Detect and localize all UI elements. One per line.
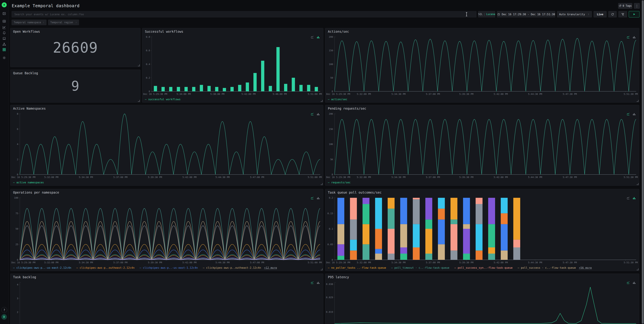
help-button[interactable]: ? [1, 307, 7, 313]
svg-text:5:39:30 PM: 5:39:30 PM [459, 93, 474, 95]
svg-text:5:39:30 PM: 5:39:30 PM [459, 261, 474, 264]
panel-resize-handle[interactable] [636, 100, 638, 102]
bar-chart-icon[interactable] [632, 112, 636, 116]
svg-text:0.038: 0.038 [326, 283, 333, 286]
filter-funnel-icon [621, 13, 624, 16]
alerts-bell-icon[interactable] [2, 31, 6, 35]
chart-legend: —requests/sec [328, 180, 350, 185]
app-logo-icon[interactable] [2, 2, 7, 7]
bar-chart-icon[interactable] [316, 35, 320, 39]
metrics-chart-icon[interactable] [2, 25, 6, 29]
legend-item[interactable]: —clickpipes-aws-p..outheast-2.12c4n [203, 266, 261, 269]
panel-resize-handle[interactable] [138, 64, 140, 66]
bar-chart-icon[interactable] [632, 281, 636, 285]
svg-text:0: 0 [17, 259, 18, 261]
run-query-button[interactable] [629, 11, 640, 17]
line-chart-icon[interactable] [626, 112, 630, 116]
legend-item[interactable]: —clickpipes-aws-p..outheast-2.12c4n [76, 266, 134, 269]
calendar-icon [497, 13, 500, 16]
svg-text:5:37:00 PM: 5:37:00 PM [426, 93, 440, 95]
legend-item[interactable]: —requests/sec [328, 181, 350, 184]
lucene-option[interactable]: Lucene [486, 13, 495, 16]
panel-operations-per-namespace: Operations per namespace 0255075100Dec 1… [10, 189, 323, 271]
toggle-divider: | [484, 13, 485, 16]
settings-gear-icon[interactable] [2, 56, 6, 60]
task-backlog-chart[interactable]: 432 [11, 280, 322, 324]
panel-resize-handle[interactable] [321, 100, 322, 102]
task-queue-polls-chart[interactable]: 00.050.10.150.2Dec 16 5:29:30 PM5:32:00 … [326, 195, 638, 265]
svg-text:150: 150 [329, 49, 333, 52]
line-chart-icon[interactable] [310, 196, 314, 200]
user-avatar[interactable]: D [1, 314, 7, 320]
svg-text:5:47:30 PM: 5:47:30 PM [563, 261, 577, 264]
filter-temporal-namespace[interactable]: Temporal namespace [12, 20, 46, 25]
panel-resize-handle[interactable] [321, 268, 322, 270]
legend-item[interactable]: —no_poller_tasks ..-flow-task-queue [328, 266, 386, 269]
topology-nodes-icon[interactable] [2, 42, 6, 46]
legend-item[interactable]: —clickpipes-aws-p..-us-east-2.12c4n [13, 266, 71, 269]
line-chart-icon[interactable] [310, 281, 314, 285]
legend-item[interactable]: —poll_success · c..-flow-task-queue [518, 266, 576, 269]
live-button[interactable]: Live [594, 11, 606, 17]
scrollbar-thumb[interactable] [642, 0, 644, 324]
operations-per-namespace-chart[interactable]: 0255075100Dec 16 5:29:30 PM5:32:00 PM5:3… [11, 195, 322, 265]
svg-text:5:51:00 PM: 5:51:00 PM [308, 261, 322, 264]
actions-sec-chart[interactable]: 050100150200Dec 16 5:29:30 PM5:32:00 PM5… [326, 34, 638, 96]
line-chart-icon[interactable] [626, 281, 630, 285]
svg-text:5K: 5K [330, 158, 333, 161]
kebab-menu-button[interactable]: ⋮ [634, 3, 640, 9]
dashboard-grid-icon[interactable] [2, 19, 6, 23]
active-namespaces-chart[interactable]: 02468Dec 16 5:29:30 PM5:32:00 PM5:34:30 … [11, 111, 322, 180]
bar-chart-icon[interactable] [316, 112, 320, 116]
query-language-toggle[interactable]: SQL | Lucene [478, 11, 495, 17]
apps-grid-icon[interactable] [2, 48, 6, 52]
panel-toggle-icon[interactable] [2, 11, 6, 15]
tags-button[interactable]: 0 Tags [618, 3, 632, 9]
successful-workflows-chart[interactable]: 00.20.40.60.8Dec 16 5:29:30 PM5:34:00 PM… [143, 34, 322, 96]
pending-requests-chart[interactable]: 05K10K15K20KDec 16 5:29:30 PM5:32:00 PM5… [326, 111, 638, 180]
panel-resize-handle[interactable] [321, 183, 322, 185]
bar-chart-icon[interactable] [632, 196, 636, 200]
line-chart-icon[interactable] [310, 112, 314, 116]
line-chart-icon[interactable] [310, 35, 314, 39]
panel-title: Open Workflows [13, 30, 40, 33]
bar-chart-icon[interactable] [316, 281, 320, 285]
line-chart-icon[interactable] [626, 35, 630, 39]
legend-item[interactable]: —poll_success_syn..-flow-task-queue [454, 266, 512, 269]
svg-text:5:46:00 PM: 5:46:00 PM [273, 93, 287, 95]
granularity-select[interactable]: Auto Granularity [557, 11, 592, 17]
legend-more-link[interactable]: +12 more [264, 266, 277, 269]
svg-text:50: 50 [16, 228, 18, 230]
chart-legend: —clickpipes-aws-p..-us-east-2.12c4n—clic… [13, 266, 277, 270]
svg-text:5:42:00 PM: 5:42:00 PM [494, 176, 508, 179]
p95-latency-chart[interactable]: 0.0380.0290.019 [326, 280, 638, 324]
legend-item[interactable]: —poll_timeout · c..-flow-task-queue [391, 266, 449, 269]
svg-text:5:44:30 PM: 5:44:30 PM [216, 261, 230, 264]
svg-text:0.2: 0.2 [329, 196, 333, 199]
date-range-picker[interactable]: Dec 16 17:29:30 - Dec 16 17:51:30 [497, 11, 555, 17]
legend-item[interactable]: —active namespaces [13, 181, 44, 184]
legend-item[interactable]: —action/sec [328, 98, 347, 101]
devices-laptop-icon[interactable] [2, 36, 6, 40]
line-chart-icon[interactable] [626, 196, 630, 200]
refresh-button[interactable] [608, 11, 617, 17]
panel-resize-handle[interactable] [636, 268, 638, 270]
bar-chart-icon[interactable] [632, 35, 636, 39]
panel-resize-handle[interactable] [636, 183, 638, 185]
legend-item[interactable]: —successful workflows [145, 98, 180, 101]
panel-resize-handle[interactable] [138, 100, 140, 102]
sql-option[interactable]: SQL [478, 13, 483, 16]
legend-item[interactable]: —clickpipes-aws-p..-us-east-1.12c4n [140, 266, 198, 269]
filter-button[interactable] [618, 11, 627, 17]
panel-active-namespaces: Active Namespaces 02468Dec 16 5:29:30 PM… [10, 105, 323, 186]
search-input[interactable] [12, 11, 476, 17]
chart-legend: —active namespaces [13, 180, 44, 185]
bar-chart-icon[interactable] [316, 196, 320, 200]
svg-text:75: 75 [16, 212, 18, 215]
panel-title: Actions/sec [328, 30, 349, 33]
legend-more-link[interactable]: +56 more [579, 266, 592, 269]
svg-text:5:37:00 PM: 5:37:00 PM [426, 261, 440, 264]
svg-text:5:32:00 PM: 5:32:00 PM [357, 261, 371, 264]
page-scrollbar[interactable] [642, 0, 644, 324]
filter-temporal-region[interactable]: Temporal region [48, 20, 79, 25]
